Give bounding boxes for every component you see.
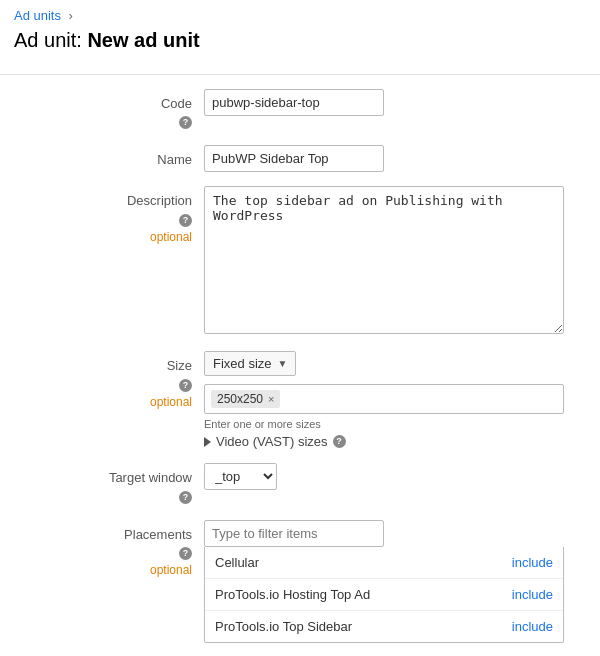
placement-name-protools-sidebar: ProTools.io Top Sidebar: [215, 619, 352, 634]
page-title-bold: New ad unit: [87, 29, 199, 51]
placements-control: Cellular include ProTools.io Hosting Top…: [204, 520, 586, 643]
name-control: [204, 145, 586, 172]
description-label: Description: [14, 192, 192, 210]
description-label-col: Description ? optional: [14, 186, 204, 245]
description-optional: optional: [14, 229, 192, 246]
name-input[interactable]: [204, 145, 384, 172]
placement-include-protools-hosting[interactable]: include: [512, 587, 553, 602]
placements-filter-input[interactable]: [204, 520, 384, 547]
name-row: Name: [14, 145, 586, 172]
placement-name-cellular: Cellular: [215, 555, 259, 570]
code-row: Code ?: [14, 89, 586, 131]
name-label: Name: [14, 151, 192, 169]
size-dropdown[interactable]: Fixed size ▼: [204, 351, 296, 376]
size-hint: Enter one or more sizes: [204, 418, 586, 430]
description-help-icon[interactable]: ?: [179, 214, 192, 227]
breadcrumb-link[interactable]: Ad units: [14, 8, 61, 23]
target-window-row: Target window ? _top _blank _self: [14, 463, 586, 505]
code-label: Code: [14, 95, 192, 113]
target-window-select[interactable]: _top _blank _self: [204, 463, 277, 490]
size-optional: optional: [14, 394, 192, 411]
description-control: The top sidebar ad on Publishing with Wo…: [204, 186, 586, 337]
placements-list: Cellular include ProTools.io Hosting Top…: [204, 547, 564, 643]
video-sizes-help-icon[interactable]: ?: [333, 435, 346, 448]
placement-name-protools-hosting: ProTools.io Hosting Top Ad: [215, 587, 370, 602]
page-title: Ad unit: New ad unit: [0, 27, 600, 66]
description-row: Description ? optional The top sidebar a…: [14, 186, 586, 337]
size-tag-remove[interactable]: ×: [268, 393, 274, 405]
description-textarea[interactable]: The top sidebar ad on Publishing with Wo…: [204, 186, 564, 334]
size-dropdown-arrow: ▼: [278, 358, 288, 369]
name-label-col: Name: [14, 145, 204, 169]
size-tag-value: 250x250: [217, 392, 263, 406]
target-window-label: Target window: [14, 469, 192, 487]
size-control: Fixed size ▼ 250x250 × Enter one or more…: [204, 351, 586, 449]
breadcrumb-sep: ›: [69, 8, 73, 23]
size-row: Size ? optional Fixed size ▼ 250x250 × E…: [14, 351, 586, 449]
size-label-col: Size ? optional: [14, 351, 204, 410]
size-tag: 250x250 ×: [211, 390, 280, 408]
size-label: Size: [14, 357, 192, 375]
page-title-prefix: Ad unit:: [14, 29, 87, 51]
target-window-control: _top _blank _self: [204, 463, 586, 490]
placements-help-icon[interactable]: ?: [179, 547, 192, 560]
list-item: ProTools.io Top Sidebar include: [205, 611, 563, 642]
breadcrumb-area: Ad units ›: [0, 0, 600, 27]
list-item: Cellular include: [205, 547, 563, 579]
video-sizes-toggle-icon[interactable]: [204, 437, 211, 447]
size-tag-area: 250x250 ×: [204, 384, 564, 414]
size-dropdown-label: Fixed size: [213, 356, 272, 371]
target-window-label-col: Target window ?: [14, 463, 204, 505]
placements-row: Placements ? optional Cellular include P…: [14, 520, 586, 643]
video-sizes-label[interactable]: Video (VAST) sizes: [216, 434, 328, 449]
target-window-help-icon[interactable]: ?: [179, 491, 192, 504]
placements-optional: optional: [14, 562, 192, 579]
placement-include-protools-sidebar[interactable]: include: [512, 619, 553, 634]
code-input[interactable]: [204, 89, 384, 116]
code-label-col: Code ?: [14, 89, 204, 131]
video-sizes-row: Video (VAST) sizes ?: [204, 434, 586, 449]
code-help-icon[interactable]: ?: [179, 116, 192, 129]
form: Code ? Name Description ? optional The t…: [0, 89, 600, 643]
title-divider: [0, 74, 600, 75]
list-item: ProTools.io Hosting Top Ad include: [205, 579, 563, 611]
placement-include-cellular[interactable]: include: [512, 555, 553, 570]
placements-label-col: Placements ? optional: [14, 520, 204, 579]
size-help-icon[interactable]: ?: [179, 379, 192, 392]
placements-label: Placements: [14, 526, 192, 544]
code-control: [204, 89, 586, 116]
